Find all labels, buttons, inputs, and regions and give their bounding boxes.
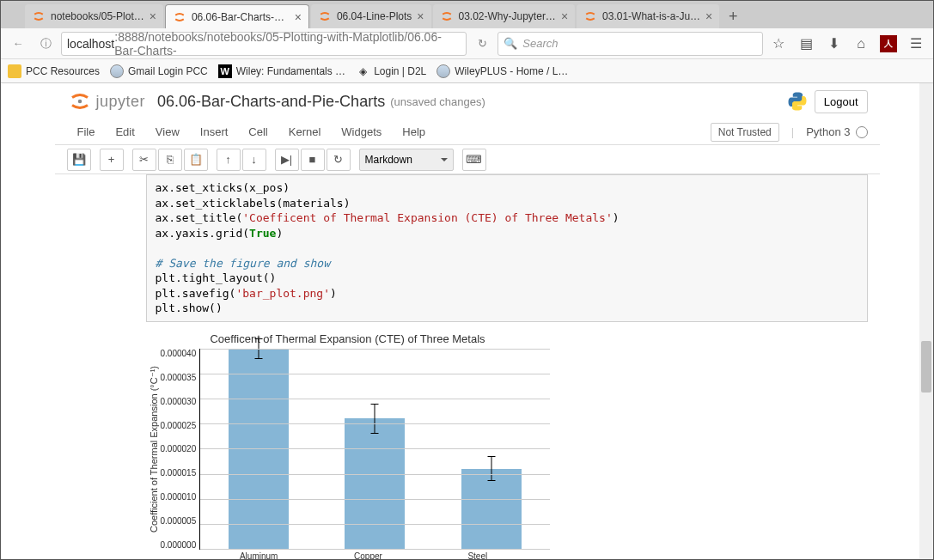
ytick-label: 0.000015 — [161, 468, 197, 478]
bookmark-item[interactable]: ◈Login | D2L — [356, 64, 426, 78]
menu-view[interactable]: View — [145, 125, 190, 138]
run-button[interactable]: ▶| — [275, 149, 299, 171]
logout-button[interactable]: Logout — [815, 90, 868, 113]
save-button[interactable]: 💾 — [67, 149, 91, 171]
scrollbar[interactable] — [919, 83, 933, 559]
code-cell[interactable]: ax.set_xticks(x_pos) ax.set_xticklabels(… — [146, 174, 868, 322]
menu-cell[interactable]: Cell — [238, 125, 278, 138]
bookmark-label: Wiley: Fundamentals … — [236, 65, 345, 77]
info-icon[interactable]: ⓘ — [34, 32, 58, 56]
cell-type-label: Markdown — [365, 154, 412, 166]
ytick-label: 0.000010 — [161, 492, 197, 502]
search-box[interactable]: 🔍Search — [498, 32, 763, 56]
save-status: (unsaved changes) — [390, 95, 485, 108]
menu-edit[interactable]: Edit — [105, 125, 144, 138]
bookmark-star-icon[interactable]: ☆ — [766, 32, 791, 56]
browser-tab-strip: notebooks/05-Plot…×06.06-Bar-Charts-a…×0… — [1, 1, 933, 28]
chart-xticks: AluminumCopperSteel — [205, 551, 533, 559]
tab-label: 03.02-Why-Jupyter… — [459, 10, 556, 22]
grid-line — [200, 349, 549, 350]
browser-nav-bar: ← ⓘ localhost:8888/notebooks/notebooks/0… — [1, 28, 933, 59]
search-placeholder: Search — [522, 37, 558, 50]
tab-label: 03.01-What-is-a-Ju… — [602, 10, 700, 22]
back-button[interactable]: ← — [6, 32, 30, 56]
menu-widgets[interactable]: Widgets — [331, 125, 392, 138]
tab-close-icon[interactable]: × — [295, 10, 302, 24]
chart-output: Coefficent of Thermal Expansion (CTE) of… — [146, 332, 550, 559]
command-palette-button[interactable]: ⌨ — [462, 149, 486, 171]
scroll-thumb[interactable] — [921, 341, 931, 393]
jupyter-logo-text: jupyter — [96, 93, 146, 111]
d2l-icon: ◈ — [356, 64, 369, 78]
xtick-label: Copper — [338, 551, 398, 559]
grid-line — [200, 474, 549, 475]
jupyter-toolbar: 💾 + ✂ ⎘ 📋 ↑ ↓ ▶| ■ ↻ — [55, 145, 880, 174]
grid-line — [200, 448, 549, 449]
cut-button[interactable]: ✂ — [132, 149, 156, 171]
menu-help[interactable]: Help — [392, 125, 436, 138]
paste-button[interactable]: 📋 — [184, 149, 208, 171]
url-bar[interactable]: localhost:8888/notebooks/notebooks/05-Pl… — [61, 32, 467, 56]
grid-line — [200, 374, 549, 374]
menu-insert[interactable]: Insert — [190, 125, 239, 138]
browser-tab[interactable]: notebooks/05-Plot…× — [25, 4, 163, 28]
folder-icon — [8, 64, 21, 78]
add-cell-button[interactable]: + — [100, 149, 124, 171]
browser-tab[interactable]: 06.04-Line-Plots× — [311, 4, 431, 28]
globe-icon — [436, 64, 450, 78]
tab-close-icon[interactable]: × — [417, 9, 424, 23]
menu-file[interactable]: File — [67, 125, 106, 138]
menu-icon[interactable]: ☰ — [904, 32, 928, 56]
bookmark-item[interactable]: WWiley: Fundamentals … — [218, 64, 345, 78]
tab-close-icon[interactable]: × — [561, 9, 568, 23]
jupyter-favicon — [440, 9, 454, 23]
url-host: localhost — [67, 37, 114, 51]
bookmarks-bar: PCC ResourcesGmail Login PCCWWiley: Fund… — [1, 59, 933, 83]
cell-type-select[interactable]: Markdown — [359, 149, 454, 171]
copy-button[interactable]: ⎘ — [158, 149, 182, 171]
jupyter-favicon — [318, 9, 332, 23]
stop-button[interactable]: ■ — [301, 149, 325, 171]
chart-ylabel: Coefficient of Thermal Expansion (°C⁻¹) — [146, 349, 161, 550]
menu-kernel[interactable]: Kernel — [278, 125, 332, 138]
chart-bar — [345, 418, 405, 548]
grid-line — [200, 499, 549, 500]
grid-line — [200, 423, 549, 424]
tab-close-icon[interactable]: × — [705, 9, 712, 23]
pdf-icon[interactable]: 人 — [876, 32, 900, 56]
move-down-button[interactable]: ↓ — [242, 149, 266, 171]
tab-label: 06.06-Bar-Charts-a… — [192, 11, 290, 23]
move-up-button[interactable]: ↑ — [217, 149, 241, 171]
xtick-label: Steel — [448, 551, 508, 559]
notebook-area: ax.set_xticks(x_pos) ax.set_xticklabels(… — [55, 174, 880, 559]
notebook-title[interactable]: 06.06-Bar-Charts-and-Pie-Charts — [157, 93, 385, 111]
library-icon[interactable]: ▤ — [794, 32, 818, 56]
browser-tab[interactable]: 06.06-Bar-Charts-a…× — [165, 4, 309, 28]
jupyter-menu-bar: FileEditViewInsertCellKernelWidgetsHelp … — [55, 119, 880, 145]
kernel-indicator[interactable]: Python 3 — [806, 125, 867, 138]
bookmark-item[interactable]: WileyPLUS - Home / L… — [436, 64, 568, 78]
error-bar — [375, 404, 375, 434]
bookmark-item[interactable]: PCC Resources — [8, 64, 100, 78]
bookmark-item[interactable]: Gmail Login PCC — [110, 64, 208, 78]
tab-label: notebooks/05-Plot… — [51, 10, 144, 22]
downloads-icon[interactable]: ⬇ — [821, 32, 845, 56]
restart-button[interactable]: ↻ — [327, 149, 351, 171]
chart-title: Coefficent of Thermal Expansion (CTE) of… — [146, 332, 550, 345]
grid-line — [200, 549, 549, 550]
jupyter-favicon — [583, 9, 597, 23]
bookmark-label: WileyPLUS - Home / L… — [455, 65, 568, 77]
error-bar — [491, 456, 491, 481]
ytick-label: 0.000005 — [161, 516, 197, 526]
browser-tab[interactable]: 03.01-What-is-a-Ju…× — [577, 4, 719, 28]
chart-plot-area — [199, 349, 549, 550]
trust-indicator[interactable]: Not Trusted — [711, 123, 779, 142]
reload-button[interactable]: ↻ — [470, 32, 494, 56]
browser-tab[interactable]: 03.02-Why-Jupyter…× — [433, 4, 576, 28]
jupyter-logo[interactable]: jupyter — [67, 88, 146, 114]
chart-bar — [461, 469, 522, 549]
tab-close-icon[interactable]: × — [150, 9, 156, 23]
home-icon[interactable]: ⌂ — [849, 32, 873, 56]
new-tab-button[interactable]: + — [721, 4, 745, 28]
kernel-status-icon — [856, 126, 868, 138]
